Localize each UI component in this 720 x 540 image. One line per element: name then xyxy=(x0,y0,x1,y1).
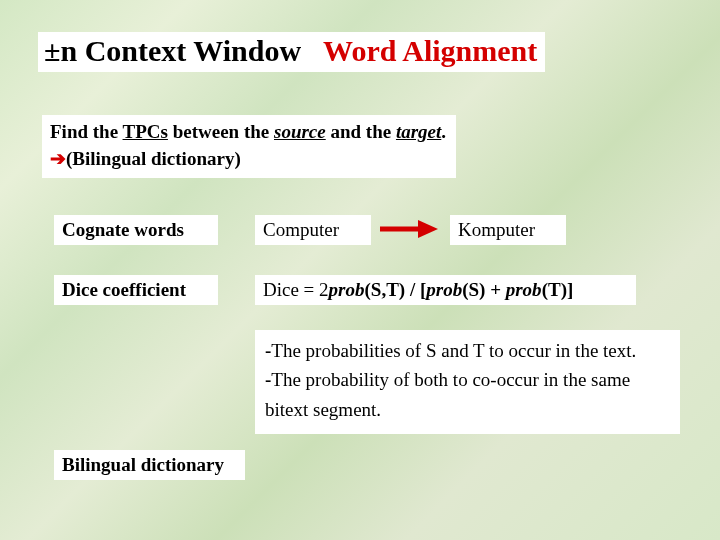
dice-formula: Dice = 2prob(S,T) / [prob(S) + prob(T)] xyxy=(255,275,636,305)
dice-coefficient-label: Dice coefficient xyxy=(54,275,218,305)
intro-line2: ➔(Bilingual dictionary) xyxy=(50,146,446,173)
komputer-word: Komputer xyxy=(450,215,566,245)
intro-block: Find the TPCs between the source and the… xyxy=(42,115,456,178)
explain-line1: -The probabilities of S and T to occur i… xyxy=(265,336,670,365)
explain-line2b: bitext segment. xyxy=(265,395,670,424)
arrow-right-icon: ➔ xyxy=(50,148,66,169)
computer-word: Computer xyxy=(255,215,371,245)
svg-marker-1 xyxy=(418,220,438,238)
title-part2: Word Alignment xyxy=(323,34,537,67)
cognate-words-label: Cognate words xyxy=(54,215,218,245)
arrow-right-icon xyxy=(378,216,440,242)
explanation-block: -The probabilities of S and T to occur i… xyxy=(255,330,680,434)
bilingual-dictionary-label: Bilingual dictionary xyxy=(54,450,245,480)
explain-line2a: -The probability of both to co-occur in … xyxy=(265,365,670,394)
intro-line1: Find the TPCs between the source and the… xyxy=(50,119,446,146)
slide-title: ±n Context Window Word Alignment xyxy=(38,32,545,72)
title-part1: ±n Context Window xyxy=(44,34,301,67)
